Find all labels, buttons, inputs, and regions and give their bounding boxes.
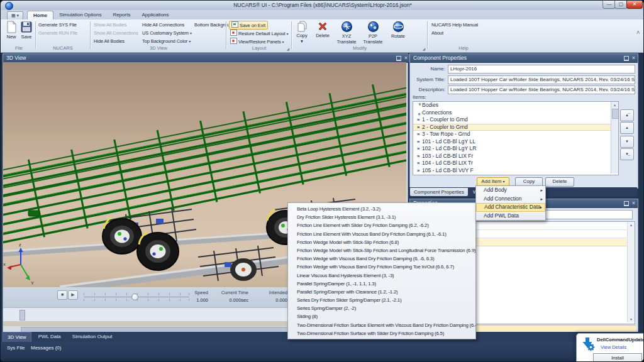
list-item[interactable]: »2 - Coupler to Grnd <box>413 124 618 131</box>
close-panel-icon[interactable]: × <box>404 55 408 61</box>
move-up-button[interactable]: ▲ <box>620 122 634 134</box>
menu-item[interactable]: Add Characteristic Data ▸ <box>476 203 545 212</box>
timeline-handle[interactable] <box>19 310 25 321</box>
ribbon-group-layout: Save on Exit Restore Default Layout ▾ Vi… <box>228 19 291 52</box>
menu-item[interactable]: Friction Wedge Model with Stick-Slip Fri… <box>288 238 475 246</box>
list-item[interactable]: »3 - Tow Rope - Grnd <box>413 131 618 138</box>
description-label: Description: <box>413 85 445 94</box>
stop-button[interactable]: ■ <box>57 290 67 300</box>
menu-item[interactable]: Series Spring/Damper (2, -2) <box>288 304 475 312</box>
playback-slider[interactable] <box>84 297 189 297</box>
close-panel-icon[interactable]: × <box>632 55 635 61</box>
menu-item[interactable]: Sliding (8) <box>288 312 475 321</box>
dialog-launcher-icon[interactable]: ◢ <box>286 47 289 51</box>
generate-sys-file-button[interactable]: Generate SYS File <box>38 21 77 29</box>
collapse-ribbon-icon[interactable]: ᐱ <box>636 30 640 35</box>
status-sys-file[interactable]: Sys File <box>7 344 25 353</box>
hide-all-bodies-button[interactable]: Hide All Bodies <box>94 38 125 45</box>
slider-thumb[interactable] <box>131 293 138 300</box>
pin-icon[interactable] <box>624 201 629 206</box>
menu-item[interactable]: Parallel Spring/Damper (1, -1, 1.1, 1.3) <box>288 280 475 288</box>
hide-all-connections-button[interactable]: Hide All Connections <box>142 21 184 29</box>
items-label: Items: <box>413 94 426 100</box>
menu-item[interactable]: Friction Wedge Model with Stick-Slip Fri… <box>288 246 475 255</box>
list-item[interactable]: »101 - Ld CB-Bl LgY LL <box>413 138 618 146</box>
bottom-tab[interactable]: Simulation Output <box>68 332 117 342</box>
minimize-button[interactable]: — <box>602 1 616 9</box>
scroll-up-icon[interactable]: ▲ <box>611 102 618 108</box>
rotate-button[interactable]: Rotate <box>387 21 409 43</box>
description-input[interactable]: Loaded 100T Hopper Car w/Roller Side Bea… <box>448 85 635 94</box>
menu-item[interactable]: Friction Line Element With Viscous Band … <box>288 230 475 238</box>
close-button[interactable]: ✕ <box>626 1 643 9</box>
list-item[interactable]: »Bodies <box>413 102 618 109</box>
scrollbar-thumb[interactable] <box>612 109 619 119</box>
maximize-button[interactable]: ▢ <box>614 1 628 9</box>
ribbon-tab[interactable]: Applications <box>136 11 174 19</box>
dialog-launcher-icon[interactable]: ◢ <box>422 47 425 51</box>
ribbon-tab[interactable]: Reports <box>107 11 136 19</box>
scroll-up-icon[interactable]: ▲ <box>628 222 635 228</box>
menu-item[interactable]: Beta Loop Hysteresis Element (3.2, -3.2) <box>288 205 475 213</box>
pin-icon[interactable] <box>396 56 401 61</box>
menu-item[interactable]: Linear Viscous Band Hysteresis Element (… <box>288 272 475 280</box>
list-item[interactable]: »104 - Ld CB-Bl LtX Tr <box>413 160 618 167</box>
menu-item[interactable]: Series Dry Friction Slider Spring/Damper… <box>288 296 475 304</box>
show-all-connections-button[interactable]: Show All Connections <box>94 30 138 37</box>
save-button[interactable]: Save <box>18 21 35 43</box>
nucars-help-manual-button[interactable]: NUCARS Help Manual <box>431 21 478 29</box>
restore-default-layout-dropdown[interactable]: Restore Default Layout ▾ <box>230 30 288 37</box>
items-list[interactable]: »Bodies »Connections »1 - Coupler to Grn… <box>413 101 619 175</box>
p2p-translate-button[interactable]: P2P Translate <box>361 21 385 43</box>
move-to-bottom-button[interactable]: ▼̲ <box>620 148 634 160</box>
menu-item[interactable]: Friction Wedge with Viscous Band Dry Fri… <box>288 255 475 263</box>
install-button[interactable]: Install <box>593 353 642 362</box>
list-item[interactable]: »1 - Coupler to Grnd <box>413 116 618 124</box>
copy-button[interactable]: Copy ▾ <box>293 21 311 43</box>
save-on-exit-toggle[interactable]: Save on Exit <box>229 21 268 30</box>
delete-item-button[interactable]: Delete <box>545 177 574 187</box>
delete-button[interactable]: Delete <box>313 21 332 43</box>
new-button[interactable]: New <box>3 21 19 43</box>
scroll-down-icon[interactable]: ▼ <box>628 316 635 322</box>
name-input[interactable]: LHopr-2016 <box>448 65 635 74</box>
menu-item[interactable]: Two-Dimensional Friction Surface with Sl… <box>288 329 475 337</box>
ribbon-tab[interactable]: Simulation Options <box>53 11 107 19</box>
show-all-bodies-button[interactable]: Show All Bodies <box>94 21 126 29</box>
about-button[interactable]: About <box>431 30 443 37</box>
ribbon-tab[interactable]: Home <box>27 11 53 20</box>
app-menu-button[interactable]: ▦ ▾ <box>7 11 23 20</box>
system-title-input[interactable]: Loaded 100T Hopper Car w/Roller Side Bea… <box>448 75 635 84</box>
xyz-translate-button[interactable]: XYZ Translate <box>335 21 358 43</box>
dock-tab[interactable]: Component Properties <box>410 188 468 196</box>
menu-item[interactable]: Friction Line Element with Slider Dry Fr… <box>288 221 475 229</box>
list-item[interactable]: »103 - Ld CB-Bl LtX Fr <box>413 153 618 160</box>
pin-icon[interactable] <box>624 56 629 61</box>
move-to-top-button[interactable]: ▲̅ <box>620 109 634 121</box>
menu-item[interactable]: Add Connection ▸ <box>476 195 545 204</box>
items-list-scrollbar[interactable]: ▲ <box>611 102 618 173</box>
generate-run-file-button[interactable]: Generate RUN File <box>38 30 77 37</box>
view-restore-panels-dropdown[interactable]: View/Restore Panels ▾ <box>230 38 284 45</box>
top-background-color-dropdown[interactable]: Top Background Color ▾ <box>142 38 191 45</box>
list-item[interactable]: »102 - Ld CB-Bl LgY LR <box>413 145 618 153</box>
list-item[interactable]: »105 - Ld CB-Bl Vt/Y F <box>413 167 618 175</box>
bottom-tab[interactable]: 3D View <box>3 332 31 343</box>
view-details-link[interactable]: View Details <box>601 344 626 350</box>
properties-scrollbar[interactable]: ▲ ▼ <box>627 222 635 322</box>
menu-item[interactable]: Parallel Spring/Damper with Clearance (1… <box>288 288 475 296</box>
close-panel-icon[interactable]: × <box>632 200 635 206</box>
menu-item[interactable]: Friction Wedge with Viscous Band Dry Fri… <box>288 263 475 271</box>
status-messages[interactable]: Messages (0) <box>31 344 61 353</box>
move-down-button[interactable]: ▼ <box>620 136 634 148</box>
menu-item[interactable]: Two-Dimensional Friction Surface Element… <box>288 321 475 329</box>
speed-value: 1.000 <box>179 297 208 303</box>
bottom-tab[interactable]: PWL Data <box>34 332 65 342</box>
menu-item[interactable]: Add Body ▸ <box>476 186 545 195</box>
menu-item[interactable]: Add PWL Data <box>476 212 545 221</box>
menu-item[interactable]: Dry Friction Slider Hysteresis Element (… <box>288 213 475 221</box>
play-button[interactable]: ▶ <box>68 290 78 300</box>
us-customary-system-dropdown[interactable]: US Customary System ▾ <box>142 30 192 37</box>
list-item[interactable]: »Connections <box>413 109 618 117</box>
intended-label: Intended <box>257 290 287 295</box>
